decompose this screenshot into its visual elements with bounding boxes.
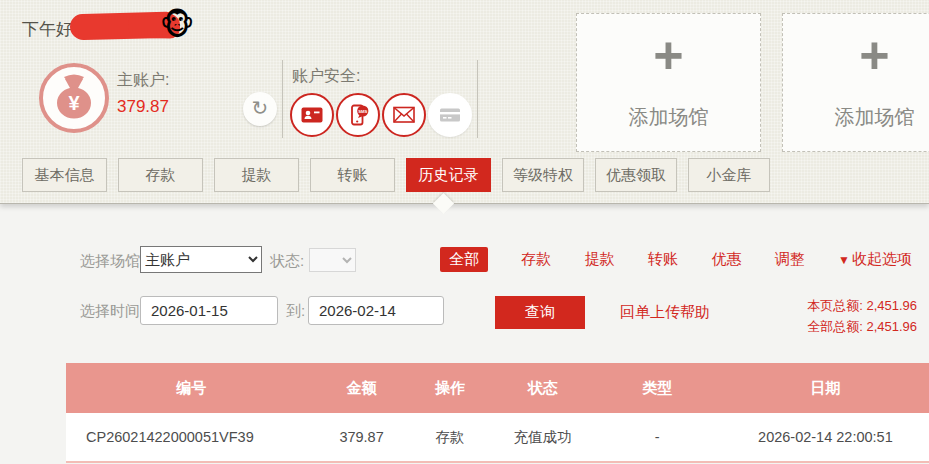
cell-status: 充值成功 xyxy=(493,413,592,461)
tab-vip-privilege[interactable]: 等级特权 xyxy=(502,158,584,192)
tab-promo-claim[interactable]: 优惠领取 xyxy=(595,158,677,192)
add-venue-button[interactable]: + 添加场馆 xyxy=(782,13,929,152)
col-header-type: 类型 xyxy=(592,363,721,413)
add-venue-button[interactable]: + 添加场馆 xyxy=(576,13,761,152)
refresh-balance-button[interactable]: ↻ xyxy=(243,92,277,126)
filter-link-deposit[interactable]: 存款 xyxy=(521,250,551,269)
page-total: 本页总额: 2,451.96 xyxy=(807,295,917,316)
filter-link-transfer[interactable]: 转账 xyxy=(648,250,678,269)
history-table: 编号 金额 操作 状态 类型 日期 CP26021422000051VF39 3… xyxy=(66,363,929,463)
venue-select[interactable]: 主账户 xyxy=(140,246,262,273)
greeting-label: 下午好 xyxy=(22,20,73,39)
row-separator xyxy=(66,461,929,463)
status-select[interactable] xyxy=(309,248,356,272)
divider xyxy=(282,60,283,138)
col-header-id: 编号 xyxy=(66,363,316,413)
history-type-links: 全部 存款 提款 转账 优惠 调整 ▼收起选项 xyxy=(440,247,912,272)
col-header-amount: 金额 xyxy=(316,363,407,413)
account-page: 下午好la 🐵 ¥ 主账户: 379.87 ↻ 账户安全: xyxy=(0,0,929,464)
sms-phone-icon[interactable]: SMS xyxy=(336,93,380,137)
receipt-upload-help-link[interactable]: 回单上传帮助 xyxy=(620,303,710,322)
svg-text:SMS: SMS xyxy=(358,109,367,114)
cell-date: 2026-02-14 22:00:51 xyxy=(722,413,929,461)
add-venue-label: 添加场馆 xyxy=(629,104,709,131)
table-row: CP26021422000051VF39 379.87 存款 充值成功 - 20… xyxy=(66,413,929,461)
col-header-status: 状态 xyxy=(493,363,592,413)
date-from-input[interactable] xyxy=(140,296,278,325)
email-icon[interactable] xyxy=(382,93,426,137)
tab-history[interactable]: 历史记录 xyxy=(406,158,491,192)
filter-link-withdraw[interactable]: 提款 xyxy=(585,250,615,269)
status-select-label: 状态: xyxy=(270,252,304,271)
security-icons-row: SMS xyxy=(290,93,472,137)
col-header-operation: 操作 xyxy=(407,363,493,413)
divider xyxy=(477,60,478,138)
svg-text:¥: ¥ xyxy=(68,92,80,114)
collapse-options-label: 收起选项 xyxy=(852,250,912,267)
col-header-date: 日期 xyxy=(722,363,929,413)
account-security-label: 账户安全: xyxy=(292,66,360,87)
id-card-icon[interactable] xyxy=(290,93,334,137)
plus-icon: + xyxy=(859,28,889,82)
bank-card-icon[interactable] xyxy=(428,93,472,137)
main-account-label: 主账户: xyxy=(117,70,169,91)
refresh-icon: ↻ xyxy=(252,97,269,119)
search-button[interactable]: 查询 xyxy=(495,296,585,329)
filter-link-promo[interactable]: 优惠 xyxy=(711,250,741,269)
collapse-options-link[interactable]: ▼收起选项 xyxy=(838,250,912,269)
cell-type: - xyxy=(592,413,721,461)
triangle-down-icon: ▼ xyxy=(838,253,850,267)
venue-select-label: 选择场馆: xyxy=(80,252,144,271)
filter-link-all[interactable]: 全部 xyxy=(440,247,488,272)
date-to-input[interactable] xyxy=(308,296,444,325)
account-header-section: 下午好la 🐵 ¥ 主账户: 379.87 ↻ 账户安全: xyxy=(0,0,929,204)
time-select-label: 选择时间: xyxy=(80,302,144,321)
tab-transfer[interactable]: 转账 xyxy=(310,158,395,192)
date-to-label: 到: xyxy=(286,302,305,321)
tab-withdraw[interactable]: 提款 xyxy=(214,158,299,192)
plus-icon: + xyxy=(653,28,683,82)
cell-amount: 379.87 xyxy=(316,413,407,461)
account-balance: 379.87 xyxy=(117,97,169,117)
all-total: 全部总额: 2,451.96 xyxy=(807,316,917,337)
avatar: 🐵 xyxy=(160,8,195,42)
money-bag-icon: ¥ xyxy=(38,62,110,138)
totals-block: 本页总额: 2,451.96 全部总额: 2,451.96 xyxy=(807,295,917,337)
filter-link-adjust[interactable]: 调整 xyxy=(775,250,805,269)
tab-deposit[interactable]: 存款 xyxy=(118,158,203,192)
tab-vault[interactable]: 小金库 xyxy=(688,158,770,192)
tab-basic-info[interactable]: 基本信息 xyxy=(22,158,107,192)
account-tabs: 基本信息 存款 提款 转账 历史记录 等级特权 优惠领取 小金库 xyxy=(22,158,770,192)
cell-id: CP26021422000051VF39 xyxy=(66,413,316,461)
table-header-row: 编号 金额 操作 状态 类型 日期 xyxy=(66,363,929,413)
cell-operation: 存款 xyxy=(407,413,493,461)
add-venue-label: 添加场馆 xyxy=(835,104,915,131)
